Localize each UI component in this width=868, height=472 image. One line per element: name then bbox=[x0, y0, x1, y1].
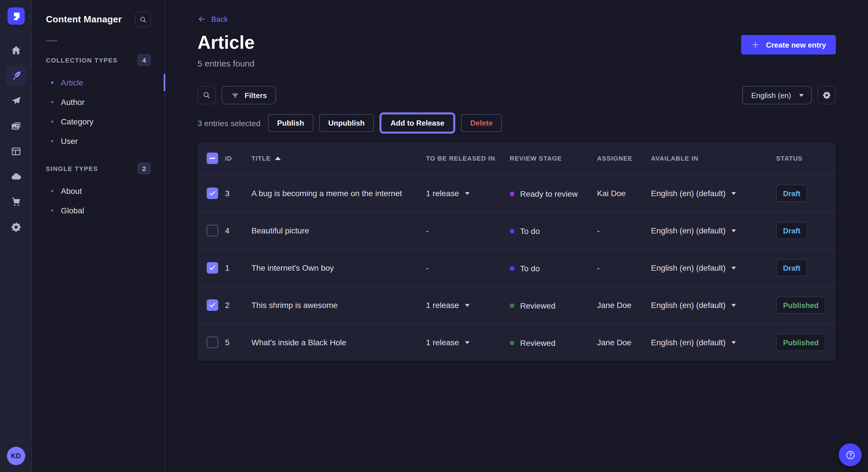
bullet-icon bbox=[51, 121, 53, 123]
sidebar-nav-item[interactable]: User bbox=[32, 131, 165, 151]
releases-paper-plane-icon[interactable] bbox=[5, 91, 26, 111]
cloud-icon[interactable] bbox=[5, 166, 26, 187]
locale-select[interactable]: English (en) bbox=[742, 86, 812, 104]
table-row[interactable]: 4 Beautiful picture - To do - English (e… bbox=[197, 212, 836, 249]
cell-assignee: - bbox=[597, 226, 651, 235]
marketplace-cart-icon[interactable] bbox=[5, 192, 26, 212]
toolbar-left: Filters bbox=[197, 86, 276, 104]
question-mark-icon bbox=[845, 449, 856, 460]
table-body: 3 A bug is becoming a meme on the intern… bbox=[197, 174, 836, 361]
row-checkbox[interactable] bbox=[207, 299, 218, 311]
release-trigger[interactable]: 1 release bbox=[426, 189, 469, 198]
entries-table: ID TITLE TO BE RELEASED IN REVIEW STAGE … bbox=[197, 142, 836, 361]
unpublish-button[interactable]: Unpublish bbox=[319, 114, 374, 132]
row-select-cell bbox=[197, 225, 225, 236]
sidebar-nav-item[interactable]: Author bbox=[32, 92, 165, 112]
release-trigger[interactable]: - bbox=[426, 263, 429, 272]
release-value: 1 release bbox=[426, 338, 459, 347]
filters-button[interactable]: Filters bbox=[222, 86, 276, 104]
content-manager-feather-icon[interactable] bbox=[5, 65, 26, 86]
cell-id: 1 bbox=[225, 263, 251, 272]
cell-available-in: English (en) (default) bbox=[651, 226, 776, 235]
locale-trigger[interactable]: English (en) (default) bbox=[651, 226, 736, 235]
content-manager-sidebar: Content Manager COLLECTION TYPES 4 Artic… bbox=[32, 0, 165, 472]
cell-available-in: English (en) (default) bbox=[651, 338, 776, 347]
cell-review-stage: Reviewed bbox=[510, 338, 597, 347]
table-row[interactable]: 3 A bug is becoming a meme on the intern… bbox=[197, 174, 836, 212]
review-stage-dot bbox=[510, 266, 515, 270]
cell-title: This shrimp is awesome bbox=[251, 301, 426, 310]
help-button[interactable] bbox=[839, 443, 862, 466]
selection-count-label: 3 entries selected bbox=[197, 119, 260, 128]
table-row[interactable]: 5 What's inside a Black Hole 1 release R… bbox=[197, 324, 836, 361]
section-count-badge: 2 bbox=[137, 162, 151, 174]
bullet-icon bbox=[51, 190, 53, 192]
select-all-checkbox[interactable] bbox=[207, 153, 218, 164]
release-value: - bbox=[426, 263, 429, 272]
row-checkbox[interactable] bbox=[207, 337, 218, 348]
cell-status: Draft bbox=[776, 259, 836, 276]
add-to-release-button[interactable]: Add to Release bbox=[381, 114, 454, 132]
table-row[interactable]: 1 The internet's Own boy - To do - Engli… bbox=[197, 249, 836, 286]
nav-item-label: About bbox=[61, 187, 82, 196]
settings-gear-icon[interactable] bbox=[5, 217, 26, 237]
locale-caret-icon bbox=[732, 229, 736, 232]
cell-status: Draft bbox=[776, 185, 836, 202]
release-value: 1 release bbox=[426, 301, 459, 310]
sidebar-search-button[interactable] bbox=[135, 11, 151, 28]
sidebar-sections: COLLECTION TYPES 4 Article Author Catego… bbox=[32, 50, 165, 222]
list-search-button[interactable] bbox=[197, 86, 216, 104]
locale-caret-icon bbox=[732, 266, 736, 269]
row-checkbox[interactable] bbox=[207, 225, 218, 236]
bullet-icon bbox=[51, 81, 53, 84]
available-in-value: English (en) (default) bbox=[651, 263, 725, 272]
locale-trigger[interactable]: English (en) (default) bbox=[651, 189, 736, 198]
publish-button[interactable]: Publish bbox=[268, 114, 313, 132]
back-link[interactable]: Back bbox=[197, 15, 228, 24]
cell-id: 2 bbox=[225, 301, 251, 310]
cell-title: The internet's Own boy bbox=[251, 263, 426, 272]
table-row[interactable]: 2 This shrimp is awesome 1 release Revie… bbox=[197, 286, 836, 324]
cell-available-in: English (en) (default) bbox=[651, 263, 776, 272]
sidebar-nav-item[interactable]: Category bbox=[32, 112, 165, 131]
list-settings-gear-button[interactable] bbox=[817, 86, 836, 104]
release-trigger[interactable]: 1 release bbox=[426, 338, 469, 347]
cell-title: A bug is becoming a meme on the internet bbox=[251, 189, 426, 198]
chevron-down-icon bbox=[799, 94, 804, 97]
cell-assignee: Jane Doe bbox=[597, 301, 651, 310]
locale-trigger[interactable]: English (en) (default) bbox=[651, 338, 736, 347]
nav-item-label: Author bbox=[61, 98, 85, 107]
release-trigger[interactable]: - bbox=[426, 226, 429, 235]
home-icon[interactable] bbox=[5, 40, 26, 61]
sidebar-nav-item[interactable]: Article bbox=[32, 73, 165, 92]
locale-trigger[interactable]: English (en) (default) bbox=[651, 301, 736, 310]
cell-id: 5 bbox=[225, 338, 251, 347]
cell-id: 4 bbox=[225, 226, 251, 235]
cell-assignee: - bbox=[597, 263, 651, 272]
sidebar-nav-item[interactable]: Global bbox=[32, 201, 165, 220]
available-in-value: English (en) (default) bbox=[651, 301, 725, 310]
header-title[interactable]: TITLE bbox=[251, 155, 426, 162]
row-checkbox[interactable] bbox=[207, 262, 218, 274]
locale-caret-icon bbox=[732, 192, 736, 195]
create-new-entry-button[interactable]: Create new entry bbox=[741, 35, 836, 55]
strapi-logo-icon bbox=[11, 11, 21, 21]
sidebar-nav-item[interactable]: About bbox=[32, 181, 165, 201]
bullet-icon bbox=[51, 101, 53, 103]
content-type-builder-icon[interactable] bbox=[5, 141, 26, 162]
strapi-logo[interactable] bbox=[7, 7, 24, 24]
media-library-icon[interactable] bbox=[5, 116, 26, 136]
header-available-in: AVAILABLE IN bbox=[651, 155, 776, 162]
row-select-cell bbox=[197, 337, 225, 348]
sidebar-divider bbox=[46, 40, 57, 41]
title-block: Article 5 entries found bbox=[197, 32, 255, 68]
row-checkbox[interactable] bbox=[207, 188, 218, 199]
delete-button[interactable]: Delete bbox=[461, 114, 502, 132]
release-value: 1 release bbox=[426, 189, 459, 198]
sidebar-header: Content Manager bbox=[32, 11, 165, 28]
release-trigger[interactable]: 1 release bbox=[426, 301, 469, 310]
cell-release: 1 release bbox=[426, 338, 510, 347]
avatar[interactable]: KD bbox=[7, 447, 25, 465]
locale-trigger[interactable]: English (en) (default) bbox=[651, 263, 736, 272]
app-window: KD Content Manager COLLECTION TYPES 4 Ar… bbox=[0, 0, 868, 472]
